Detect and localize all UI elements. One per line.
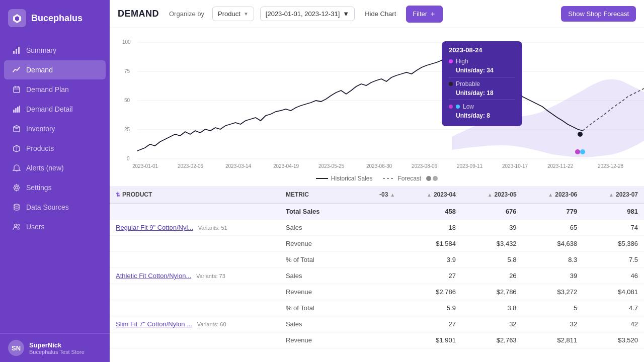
sidebar: Bucephalus Summary Demand Demand Plan xyxy=(0,0,110,362)
table-row: % of Total 3.9 5.8 8.3 7.5 xyxy=(110,252,644,268)
svg-rect-2 xyxy=(18,47,20,54)
x-label-5: 2023-05-25 xyxy=(318,163,345,169)
sidebar-item-alerts[interactable]: Alerts (new) xyxy=(4,158,106,177)
total-val-2023-06: 779 xyxy=(523,204,584,220)
sidebar-item-demand[interactable]: Demand xyxy=(4,60,106,79)
sidebar-item-label: Demand Detail xyxy=(26,105,73,113)
demand-chart: 100 75 50 25 0 xyxy=(120,36,644,171)
value-cell: $1,584 xyxy=(401,236,462,252)
value-cell: $3,272 xyxy=(523,284,584,300)
value-cell: $4,081 xyxy=(583,284,644,300)
value-cell: 27 xyxy=(401,268,462,284)
tooltip-high-label: High xyxy=(456,58,468,65)
date-range-select[interactable]: [2023-01-01, 2023-12-31] ▼ xyxy=(260,7,355,21)
product-name-link[interactable]: Regular Fit 9" Cotton/Nyl... xyxy=(116,224,193,231)
sidebar-item-label: Data Sources xyxy=(26,203,69,211)
tooltip-high-row: High xyxy=(449,58,515,65)
metric-cell: Revenue xyxy=(280,284,353,300)
y-label-50: 50 xyxy=(124,98,130,103)
sidebar-item-label: Demand xyxy=(26,66,53,74)
metric-cell: % of Total xyxy=(280,252,353,268)
legend-forecast-label: Forecast xyxy=(398,175,422,182)
tooltip-high-dot xyxy=(449,59,453,63)
product-cell-empty xyxy=(110,300,280,316)
value-cell xyxy=(353,236,401,252)
svg-rect-10 xyxy=(19,106,20,113)
value-cell: 5 xyxy=(523,300,584,316)
total-sales-row: Total Sales 458 676 779 981 xyxy=(110,204,644,220)
value-cell xyxy=(353,284,401,300)
sidebar-item-users[interactable]: Users xyxy=(4,217,106,236)
sort-icon: ⇅ xyxy=(116,192,120,198)
value-cell xyxy=(353,268,401,284)
data-sources-icon xyxy=(12,203,21,212)
nav-menu: Summary Demand Demand Plan Demand Detail xyxy=(0,36,110,333)
tooltip-low-value: Units/day: 8 xyxy=(456,112,490,119)
chevron-down-icon: ▼ xyxy=(244,11,249,17)
svg-point-17 xyxy=(14,204,19,206)
legend-forecast-line xyxy=(383,178,395,179)
value-cell: 32 xyxy=(462,316,523,332)
sidebar-item-demand-detail[interactable]: Demand Detail xyxy=(4,100,106,119)
sidebar-item-data-sources[interactable]: Data Sources xyxy=(4,198,106,217)
tooltip-probable-dot xyxy=(449,82,453,86)
sort-icon: ▲ xyxy=(548,192,553,198)
sidebar-item-label: Summary xyxy=(26,46,56,54)
product-name-link[interactable]: Slim Fit 7" Cotton/Nylon ... xyxy=(116,320,192,328)
metric-cell: Sales xyxy=(280,268,353,284)
product-cell: Regular Fit 9" Cotton/Nyl... Variants: 5… xyxy=(110,220,280,236)
alerts-icon xyxy=(12,163,21,172)
x-label-10: 2023-11-22 xyxy=(547,163,574,169)
filter-plus-icon: ＋ xyxy=(429,10,436,19)
product-name-link[interactable]: Athletic Fit Cotton/Nylon... xyxy=(116,272,191,280)
hide-chart-button[interactable]: Hide Chart xyxy=(361,7,400,21)
table-row: Regular Fit 9" Cotton/Nyl... Variants: 5… xyxy=(110,220,644,236)
demand-icon xyxy=(12,65,21,74)
value-cell: $3,520 xyxy=(583,332,644,348)
tooltip-low-dot2 xyxy=(456,105,460,109)
svg-rect-11 xyxy=(14,127,20,132)
value-cell: 26 xyxy=(462,268,523,284)
logo-area[interactable]: Bucephalus xyxy=(0,0,110,36)
users-icon xyxy=(12,222,21,231)
y-label-100: 100 xyxy=(122,39,131,45)
logo-icon xyxy=(8,9,26,27)
sidebar-item-settings[interactable]: Settings xyxy=(4,178,106,197)
show-shop-forecast-button[interactable]: Show Shop Forecast xyxy=(561,6,636,22)
table-row: Revenue $2,786 $2,786 $3,272 $4,081 xyxy=(110,284,644,300)
organize-by-value: Product xyxy=(218,10,240,18)
user-profile[interactable]: SN SuperNick Bucephalus Test Store xyxy=(8,340,102,356)
page-header: DEMAND Organize by Product ▼ [2023-01-01… xyxy=(110,0,644,28)
sort-icon: ▲ xyxy=(390,192,395,198)
svg-rect-7 xyxy=(13,110,15,113)
value-cell: $2,786 xyxy=(401,284,462,300)
tooltip-probable-label: Probable xyxy=(456,80,480,87)
value-cell: $5,386 xyxy=(583,236,644,252)
col-2023-04-header: ▲ 2023-04 xyxy=(401,186,462,204)
sidebar-item-label: Products xyxy=(26,144,54,152)
sidebar-item-label: Settings xyxy=(26,184,52,192)
sidebar-item-products[interactable]: Products xyxy=(4,139,106,158)
value-cell: 3.9 xyxy=(401,252,462,268)
filter-button[interactable]: Filter ＋ xyxy=(406,6,443,23)
product-cell-empty xyxy=(110,236,280,252)
tooltip-spacer xyxy=(449,68,453,72)
organize-by-select[interactable]: Product ▼ xyxy=(212,7,254,21)
value-cell: $2,811 xyxy=(523,332,584,348)
sidebar-item-summary[interactable]: Summary xyxy=(4,41,106,60)
sort-icon: ▲ xyxy=(488,192,493,198)
sidebar-item-demand-plan[interactable]: Demand Plan xyxy=(4,80,106,99)
page-title: DEMAND xyxy=(118,9,159,19)
value-cell: 4.7 xyxy=(583,300,644,316)
sidebar-item-inventory[interactable]: Inventory xyxy=(4,119,106,138)
tooltip-dot-probable xyxy=(578,132,583,137)
value-cell xyxy=(353,332,401,348)
tooltip-spacer2 xyxy=(449,91,453,95)
variants-badge: Variants: 51 xyxy=(198,225,227,231)
col-2023-07-header: ▲ 2023-07 xyxy=(583,186,644,204)
legend-historical-line xyxy=(316,178,328,179)
value-cell: 46 xyxy=(583,268,644,284)
svg-rect-8 xyxy=(15,108,17,113)
product-cell: Slim Fit 7" Cotton/Nylon ... Variants: 6… xyxy=(110,316,280,332)
x-label-4: 2023-04-19 xyxy=(273,163,299,169)
